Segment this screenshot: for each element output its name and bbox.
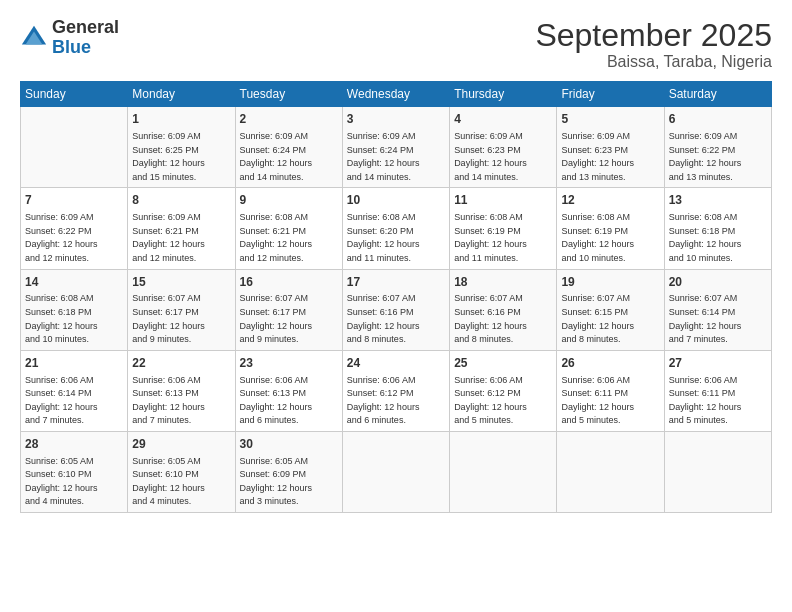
day-info: Sunrise: 6:08 AM Sunset: 6:18 PM Dayligh… [669, 212, 742, 263]
day-number: 4 [454, 111, 552, 128]
day-info: Sunrise: 6:09 AM Sunset: 6:24 PM Dayligh… [240, 131, 313, 182]
day-number: 6 [669, 111, 767, 128]
day-number: 30 [240, 436, 338, 453]
col-friday: Friday [557, 82, 664, 107]
day-number: 3 [347, 111, 445, 128]
logo-general: General [52, 18, 119, 38]
day-number: 21 [25, 355, 123, 372]
day-number: 9 [240, 192, 338, 209]
day-number: 11 [454, 192, 552, 209]
day-number: 27 [669, 355, 767, 372]
day-info: Sunrise: 6:08 AM Sunset: 6:18 PM Dayligh… [25, 293, 98, 344]
header: General Blue September 2025 Baissa, Tara… [20, 18, 772, 71]
calendar-cell: 6Sunrise: 6:09 AM Sunset: 6:22 PM Daylig… [664, 107, 771, 188]
day-number: 13 [669, 192, 767, 209]
page: General Blue September 2025 Baissa, Tara… [0, 0, 792, 612]
calendar-cell: 27Sunrise: 6:06 AM Sunset: 6:11 PM Dayli… [664, 350, 771, 431]
calendar-week-2: 7Sunrise: 6:09 AM Sunset: 6:22 PM Daylig… [21, 188, 772, 269]
day-info: Sunrise: 6:09 AM Sunset: 6:23 PM Dayligh… [561, 131, 634, 182]
logo-icon [20, 24, 48, 52]
col-thursday: Thursday [450, 82, 557, 107]
calendar-cell: 28Sunrise: 6:05 AM Sunset: 6:10 PM Dayli… [21, 431, 128, 512]
day-info: Sunrise: 6:07 AM Sunset: 6:16 PM Dayligh… [347, 293, 420, 344]
calendar-cell: 15Sunrise: 6:07 AM Sunset: 6:17 PM Dayli… [128, 269, 235, 350]
calendar-cell: 9Sunrise: 6:08 AM Sunset: 6:21 PM Daylig… [235, 188, 342, 269]
day-info: Sunrise: 6:09 AM Sunset: 6:25 PM Dayligh… [132, 131, 205, 182]
calendar-week-3: 14Sunrise: 6:08 AM Sunset: 6:18 PM Dayli… [21, 269, 772, 350]
day-number: 2 [240, 111, 338, 128]
header-row: Sunday Monday Tuesday Wednesday Thursday… [21, 82, 772, 107]
day-info: Sunrise: 6:05 AM Sunset: 6:10 PM Dayligh… [132, 456, 205, 507]
calendar-cell: 7Sunrise: 6:09 AM Sunset: 6:22 PM Daylig… [21, 188, 128, 269]
day-number: 8 [132, 192, 230, 209]
calendar-cell: 13Sunrise: 6:08 AM Sunset: 6:18 PM Dayli… [664, 188, 771, 269]
day-info: Sunrise: 6:07 AM Sunset: 6:17 PM Dayligh… [132, 293, 205, 344]
day-info: Sunrise: 6:07 AM Sunset: 6:16 PM Dayligh… [454, 293, 527, 344]
day-number: 10 [347, 192, 445, 209]
day-number: 5 [561, 111, 659, 128]
day-info: Sunrise: 6:09 AM Sunset: 6:21 PM Dayligh… [132, 212, 205, 263]
calendar-cell: 8Sunrise: 6:09 AM Sunset: 6:21 PM Daylig… [128, 188, 235, 269]
calendar-cell: 25Sunrise: 6:06 AM Sunset: 6:12 PM Dayli… [450, 350, 557, 431]
day-number: 15 [132, 274, 230, 291]
col-tuesday: Tuesday [235, 82, 342, 107]
day-number: 7 [25, 192, 123, 209]
day-number: 19 [561, 274, 659, 291]
calendar-cell: 21Sunrise: 6:06 AM Sunset: 6:14 PM Dayli… [21, 350, 128, 431]
day-info: Sunrise: 6:06 AM Sunset: 6:11 PM Dayligh… [669, 375, 742, 426]
calendar-week-4: 21Sunrise: 6:06 AM Sunset: 6:14 PM Dayli… [21, 350, 772, 431]
calendar-cell: 4Sunrise: 6:09 AM Sunset: 6:23 PM Daylig… [450, 107, 557, 188]
day-info: Sunrise: 6:08 AM Sunset: 6:19 PM Dayligh… [454, 212, 527, 263]
logo-blue: Blue [52, 38, 119, 58]
col-wednesday: Wednesday [342, 82, 449, 107]
calendar-cell: 26Sunrise: 6:06 AM Sunset: 6:11 PM Dayli… [557, 350, 664, 431]
col-sunday: Sunday [21, 82, 128, 107]
day-number: 12 [561, 192, 659, 209]
day-info: Sunrise: 6:06 AM Sunset: 6:13 PM Dayligh… [240, 375, 313, 426]
calendar-cell: 12Sunrise: 6:08 AM Sunset: 6:19 PM Dayli… [557, 188, 664, 269]
calendar-cell: 1Sunrise: 6:09 AM Sunset: 6:25 PM Daylig… [128, 107, 235, 188]
calendar-cell: 22Sunrise: 6:06 AM Sunset: 6:13 PM Dayli… [128, 350, 235, 431]
day-info: Sunrise: 6:09 AM Sunset: 6:24 PM Dayligh… [347, 131, 420, 182]
day-number: 26 [561, 355, 659, 372]
day-number: 25 [454, 355, 552, 372]
day-number: 1 [132, 111, 230, 128]
day-info: Sunrise: 6:09 AM Sunset: 6:22 PM Dayligh… [669, 131, 742, 182]
calendar-cell [664, 431, 771, 512]
calendar-cell: 11Sunrise: 6:08 AM Sunset: 6:19 PM Dayli… [450, 188, 557, 269]
day-number: 18 [454, 274, 552, 291]
day-info: Sunrise: 6:05 AM Sunset: 6:09 PM Dayligh… [240, 456, 313, 507]
day-info: Sunrise: 6:08 AM Sunset: 6:20 PM Dayligh… [347, 212, 420, 263]
day-info: Sunrise: 6:06 AM Sunset: 6:13 PM Dayligh… [132, 375, 205, 426]
calendar-cell [450, 431, 557, 512]
page-subtitle: Baissa, Taraba, Nigeria [535, 53, 772, 71]
calendar-cell: 3Sunrise: 6:09 AM Sunset: 6:24 PM Daylig… [342, 107, 449, 188]
calendar-cell: 18Sunrise: 6:07 AM Sunset: 6:16 PM Dayli… [450, 269, 557, 350]
day-info: Sunrise: 6:09 AM Sunset: 6:23 PM Dayligh… [454, 131, 527, 182]
calendar-cell: 20Sunrise: 6:07 AM Sunset: 6:14 PM Dayli… [664, 269, 771, 350]
day-info: Sunrise: 6:08 AM Sunset: 6:19 PM Dayligh… [561, 212, 634, 263]
day-number: 22 [132, 355, 230, 372]
col-monday: Monday [128, 82, 235, 107]
calendar-week-1: 1Sunrise: 6:09 AM Sunset: 6:25 PM Daylig… [21, 107, 772, 188]
day-number: 16 [240, 274, 338, 291]
day-number: 17 [347, 274, 445, 291]
calendar-cell: 5Sunrise: 6:09 AM Sunset: 6:23 PM Daylig… [557, 107, 664, 188]
day-info: Sunrise: 6:06 AM Sunset: 6:11 PM Dayligh… [561, 375, 634, 426]
calendar-cell: 10Sunrise: 6:08 AM Sunset: 6:20 PM Dayli… [342, 188, 449, 269]
calendar-cell: 14Sunrise: 6:08 AM Sunset: 6:18 PM Dayli… [21, 269, 128, 350]
day-number: 14 [25, 274, 123, 291]
col-saturday: Saturday [664, 82, 771, 107]
day-info: Sunrise: 6:08 AM Sunset: 6:21 PM Dayligh… [240, 212, 313, 263]
day-info: Sunrise: 6:06 AM Sunset: 6:14 PM Dayligh… [25, 375, 98, 426]
title-block: September 2025 Baissa, Taraba, Nigeria [535, 18, 772, 71]
day-info: Sunrise: 6:07 AM Sunset: 6:15 PM Dayligh… [561, 293, 634, 344]
logo-text: General Blue [52, 18, 119, 58]
calendar-table: Sunday Monday Tuesday Wednesday Thursday… [20, 81, 772, 513]
calendar-week-5: 28Sunrise: 6:05 AM Sunset: 6:10 PM Dayli… [21, 431, 772, 512]
calendar-cell: 19Sunrise: 6:07 AM Sunset: 6:15 PM Dayli… [557, 269, 664, 350]
calendar-cell: 2Sunrise: 6:09 AM Sunset: 6:24 PM Daylig… [235, 107, 342, 188]
calendar-cell: 23Sunrise: 6:06 AM Sunset: 6:13 PM Dayli… [235, 350, 342, 431]
calendar-cell: 24Sunrise: 6:06 AM Sunset: 6:12 PM Dayli… [342, 350, 449, 431]
calendar-cell [342, 431, 449, 512]
